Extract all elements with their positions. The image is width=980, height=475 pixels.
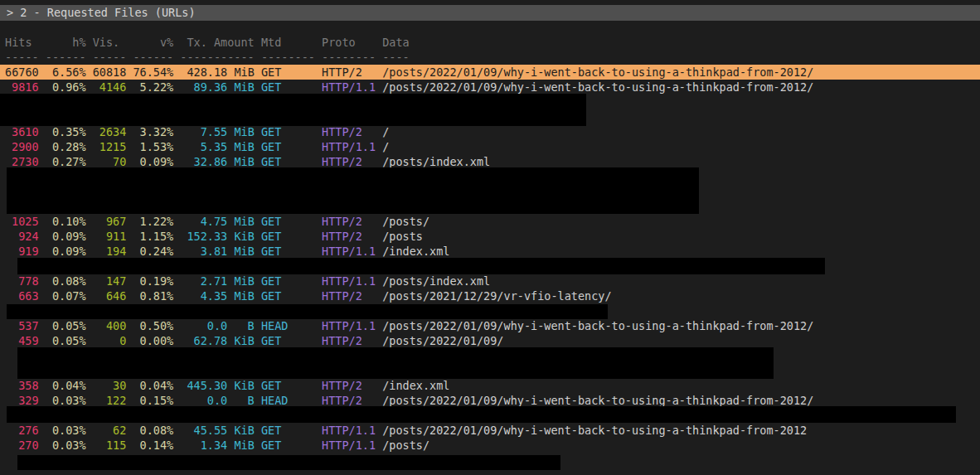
cell-v-percent: 0.04% bbox=[133, 378, 173, 393]
cell-visitors: 115 bbox=[93, 438, 127, 453]
cell-v-percent: 1.15% bbox=[133, 229, 173, 244]
cell-protocol: HTTP/2 bbox=[322, 214, 376, 229]
cell-v-percent: 0.14% bbox=[133, 438, 173, 453]
header-v-percent: v% bbox=[133, 35, 173, 50]
cell-tx-unit: MiB bbox=[234, 80, 254, 95]
cell-protocol: HTTP/1.1 bbox=[322, 318, 376, 333]
cell-tx-amount: 428.18 bbox=[180, 65, 227, 80]
header-method: Mtd bbox=[261, 35, 315, 50]
cell-hits: 1025 bbox=[5, 214, 39, 229]
cell-protocol: HTTP/1.1 bbox=[322, 438, 376, 453]
cell-v-percent: 76.54% bbox=[133, 65, 173, 80]
cell-hits: 358 bbox=[5, 378, 39, 393]
cell-tx-amount: 7.55 bbox=[180, 124, 227, 139]
cell-protocol: HTTP/2 bbox=[322, 124, 376, 139]
cell-hits: 459 bbox=[5, 333, 39, 348]
cell-method: GET bbox=[261, 244, 315, 259]
cell-v-percent: 0.19% bbox=[133, 274, 173, 288]
cell-hits: 924 bbox=[5, 229, 39, 244]
cell-protocol: HTTP/2 bbox=[322, 333, 376, 348]
cell-url: /posts/2022/01/09/ bbox=[382, 333, 503, 348]
table-row[interactable]: 537 0.05% 400 0.50% 0.0 B HEAD HTTP/1.1 … bbox=[0, 318, 980, 333]
cell-tx-unit: KiB bbox=[234, 423, 254, 438]
table-row[interactable]: 924 0.09% 911 1.15% 152.33 KiB GET HTTP/… bbox=[0, 229, 980, 244]
redaction-block bbox=[17, 258, 825, 274]
cell-url: /posts/2022/01/09/why-i-went-back-to-usi… bbox=[382, 80, 813, 95]
cell-protocol: HTTP/2 bbox=[322, 288, 376, 303]
separator-data: ---- bbox=[382, 50, 410, 65]
cell-tx-amount: 445.30 bbox=[180, 378, 227, 393]
cell-tx-unit: MiB bbox=[234, 438, 254, 453]
cell-method: GET bbox=[261, 274, 315, 288]
cell-tx-unit: MiB bbox=[234, 274, 254, 288]
cell-visitors: 62 bbox=[93, 423, 127, 438]
table-row[interactable]: 919 0.09% 194 0.24% 3.81 MiB GET HTTP/1.… bbox=[0, 244, 980, 259]
table-header-row: Hits h% Vis. v% Tx. Amount Mtd Proto Dat… bbox=[0, 35, 980, 50]
table-separator-row: ----- ------ ----- ------ ----------- --… bbox=[0, 50, 980, 65]
cell-visitors: 0 bbox=[93, 333, 127, 348]
table-row[interactable]: 270 0.03% 115 0.14% 1.34 MiB GET HTTP/1.… bbox=[0, 438, 980, 453]
cell-url: /posts/2022/01/09/why-i-went-back-to-usi… bbox=[382, 423, 807, 438]
redaction-block bbox=[17, 455, 560, 470]
goaccess-terminal-screen: > 2 - Requested Files (URLs) Hits h% Vis… bbox=[0, 0, 980, 475]
cell-url: /posts/2022/01/09/why-i-went-back-to-usi… bbox=[382, 318, 813, 333]
header-protocol: Proto bbox=[322, 35, 376, 50]
cell-h-percent: 0.05% bbox=[46, 333, 86, 348]
table-row[interactable]: 1025 0.10% 967 1.22% 4.75 MiB GET HTTP/2… bbox=[0, 214, 980, 229]
cell-protocol: HTTP/2 bbox=[322, 229, 376, 244]
separator-tx-amount: ----------- bbox=[180, 50, 254, 65]
cell-method: GET bbox=[261, 423, 315, 438]
separator-v-percent: ------ bbox=[133, 50, 173, 65]
cell-url: / bbox=[382, 139, 389, 154]
cell-visitors: 30 bbox=[93, 378, 127, 393]
cell-v-percent: 1.53% bbox=[133, 139, 173, 154]
table-row[interactable]: 3610 0.35% 2634 3.32% 7.55 MiB GET HTTP/… bbox=[0, 124, 980, 139]
cell-method: GET bbox=[261, 333, 315, 348]
cell-hits: 537 bbox=[5, 318, 39, 333]
cell-v-percent: 0.08% bbox=[133, 423, 173, 438]
cell-tx-amount: 4.35 bbox=[180, 288, 227, 303]
cell-tx-amount: 3.81 bbox=[180, 244, 227, 259]
table-row[interactable]: 9816 0.96% 4146 5.22% 89.36 MiB GET HTTP… bbox=[0, 80, 980, 95]
cell-visitors: 911 bbox=[93, 229, 127, 244]
header-h-percent: h% bbox=[46, 35, 86, 50]
cell-url: /posts/ bbox=[382, 438, 429, 453]
cell-h-percent: 0.08% bbox=[46, 274, 86, 288]
cell-tx-amount: 0.0 bbox=[180, 318, 227, 333]
table-row[interactable]: 276 0.03% 62 0.08% 45.55 KiB GET HTTP/1.… bbox=[0, 423, 980, 438]
cell-tx-amount: 45.55 bbox=[180, 423, 227, 438]
cell-hits: 66760 bbox=[5, 65, 39, 80]
redaction-block bbox=[7, 304, 608, 319]
cell-visitors: 4146 bbox=[93, 80, 127, 95]
table-row[interactable]: 358 0.04% 30 0.04% 445.30 KiB GET HTTP/2… bbox=[0, 378, 980, 393]
header-visitors: Vis. bbox=[93, 35, 127, 50]
cell-visitors: 194 bbox=[93, 244, 127, 259]
cell-v-percent: 1.22% bbox=[133, 214, 173, 229]
table-row[interactable]: 66760 6.56% 60818 76.54% 428.18 MiB GET … bbox=[0, 65, 980, 80]
cell-method: GET bbox=[261, 139, 315, 154]
cell-v-percent: 5.22% bbox=[133, 80, 173, 95]
table-row[interactable]: 663 0.07% 646 0.81% 4.35 MiB GET HTTP/2 … bbox=[0, 288, 980, 303]
cell-method: HEAD bbox=[261, 318, 315, 333]
cell-protocol: HTTP/2 bbox=[322, 65, 376, 80]
separator-hits: ----- bbox=[5, 50, 39, 65]
separator-protocol: -------- bbox=[322, 50, 376, 65]
cell-protocol: HTTP/1.1 bbox=[322, 139, 376, 154]
redaction-block bbox=[7, 167, 699, 214]
panel-title-bar[interactable]: > 2 - Requested Files (URLs) bbox=[0, 5, 980, 21]
cell-h-percent: 0.96% bbox=[46, 80, 86, 95]
cell-tx-unit: MiB bbox=[234, 244, 254, 259]
header-tx-amount: Tx. Amount bbox=[180, 35, 254, 50]
table-row[interactable]: 2900 0.28% 1215 1.53% 5.35 MiB GET HTTP/… bbox=[0, 139, 980, 154]
cell-hits: 9816 bbox=[5, 80, 39, 95]
cell-tx-unit: MiB bbox=[234, 124, 254, 139]
cell-visitors: 967 bbox=[93, 214, 127, 229]
cell-tx-amount: 5.35 bbox=[180, 139, 227, 154]
cell-protocol: HTTP/1.1 bbox=[322, 274, 376, 288]
cell-url: / bbox=[382, 124, 389, 139]
table-row[interactable]: 459 0.05% 0 0.00% 62.78 KiB GET HTTP/2 /… bbox=[0, 333, 980, 348]
cell-h-percent: 0.35% bbox=[46, 124, 86, 139]
table-row[interactable]: 778 0.08% 147 0.19% 2.71 MiB GET HTTP/1.… bbox=[0, 274, 980, 288]
cell-visitors: 646 bbox=[93, 288, 127, 303]
cell-method: GET bbox=[261, 288, 315, 303]
